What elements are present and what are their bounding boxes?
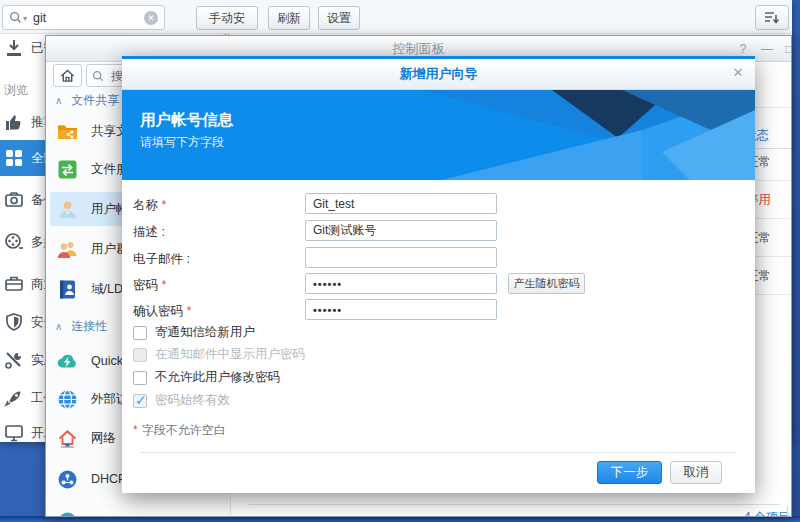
monitor-icon <box>4 423 24 443</box>
checkbox-icon[interactable] <box>133 326 147 340</box>
next-button[interactable]: 下一步 <box>597 461 662 484</box>
dialog-titlebar[interactable]: 新增用户向导 <box>122 59 755 90</box>
file-services-icon <box>57 159 78 180</box>
shield-icon <box>4 312 24 332</box>
generate-random-password-button[interactable]: 产生随机密码 <box>508 273 585 294</box>
refresh-button[interactable]: 刷新 <box>268 6 310 30</box>
section-file-sharing[interactable]: ∧文件共享 <box>55 92 119 109</box>
password-input[interactable] <box>305 273 497 294</box>
home-icon <box>60 69 75 83</box>
dhcp-server-icon <box>57 469 78 490</box>
dialog-banner: 用户帐号信息 请填写下方字段 <box>122 90 755 180</box>
download-icon <box>4 38 24 58</box>
package-search-box[interactable]: ▾ ✕ <box>2 5 165 30</box>
section-connectivity[interactable]: ∧连接性 <box>55 318 107 335</box>
field-label-name: 名称 <box>133 197 166 214</box>
field-label-password: 密码 <box>133 277 166 294</box>
search-clear-icon[interactable]: ✕ <box>144 11 158 25</box>
field-label-description: 描述 <box>133 224 165 241</box>
briefcase-icon <box>4 274 24 294</box>
sort-button[interactable] <box>755 5 789 30</box>
domain-ldap-icon <box>57 279 78 300</box>
minimize-button[interactable]: — <box>758 40 776 58</box>
wrench-icon <box>4 350 24 370</box>
email-input[interactable] <box>305 247 497 268</box>
sidebar-item-partial[interactable] <box>50 504 228 517</box>
shared-folder-icon <box>57 121 78 142</box>
checkbox-disallow-password-change[interactable]: 不允许此用户修改密码 <box>133 370 280 385</box>
checkbox-send-notification[interactable]: 寄通知信给新用户 <box>133 325 255 340</box>
home-button[interactable] <box>53 64 82 87</box>
settings-button[interactable]: 设置 <box>318 6 360 30</box>
thumbs-up-icon <box>4 112 24 132</box>
search-icon <box>92 70 104 82</box>
globe-icon <box>57 389 78 410</box>
dialog-title: 新增用户向导 <box>122 59 755 89</box>
statusbar-separator <box>787 506 788 517</box>
user-icon <box>57 199 78 220</box>
name-input[interactable] <box>305 193 497 214</box>
network-house-icon <box>57 428 78 449</box>
package-search-input[interactable] <box>31 10 144 26</box>
user-group-icon <box>57 239 78 260</box>
required-field-note: *字段不允许空白 <box>133 422 226 439</box>
quickconnect-icon <box>57 351 78 372</box>
grid-icon <box>4 148 24 168</box>
chevron-up-icon: ∧ <box>55 95 62 106</box>
cancel-button[interactable]: 取消 <box>670 461 722 484</box>
sort-icon <box>764 11 780 25</box>
checkbox-icon <box>133 348 147 362</box>
rocket-icon <box>4 388 24 408</box>
field-label-email: 电子邮件 <box>133 251 190 268</box>
checkbox-icon[interactable] <box>133 371 147 385</box>
banner-subtitle: 请填写下方字段 <box>140 134 224 151</box>
checkbox-password-never-expires: 密码始终有效 <box>133 393 230 408</box>
search-scope-caret-icon[interactable]: ▾ <box>23 14 27 23</box>
manual-install-button[interactable]: 手动安装 <box>196 6 258 30</box>
close-icon[interactable]: ✕ <box>730 65 746 81</box>
footer-divider <box>140 452 737 453</box>
statusbar-divider <box>249 504 781 505</box>
sidebar-section-browse: 浏览 <box>4 82 28 99</box>
checkbox-show-password-in-email: 在通知邮件中显示用户密码 <box>133 347 305 362</box>
description-input[interactable] <box>305 220 497 241</box>
film-reel-icon <box>4 232 24 252</box>
checkbox-icon <box>133 394 147 408</box>
add-user-wizard-dialog: 新增用户向导 ✕ 用户帐号信息 请填写下方字段 名称 描述 电子邮件 密码 产生… <box>122 56 755 493</box>
maximize-button[interactable]: □ <box>780 40 792 58</box>
asterisk-icon: * <box>133 423 138 437</box>
chevron-up-icon: ∧ <box>55 321 62 332</box>
camera-icon <box>4 190 24 210</box>
search-icon <box>9 11 22 24</box>
items-count: 4 个项目 <box>744 509 790 517</box>
desktop: ▾ ✕ 手动安装 刷新 设置 已安装 浏览 推荐 全部 备份 <box>0 0 800 522</box>
terminal-snmp-icon <box>57 511 78 518</box>
banner-facet <box>442 130 642 180</box>
confirm-password-input[interactable] <box>305 299 497 320</box>
field-label-confirm-password: 确认密码 <box>133 303 191 320</box>
banner-title: 用户帐号信息 <box>140 110 233 131</box>
